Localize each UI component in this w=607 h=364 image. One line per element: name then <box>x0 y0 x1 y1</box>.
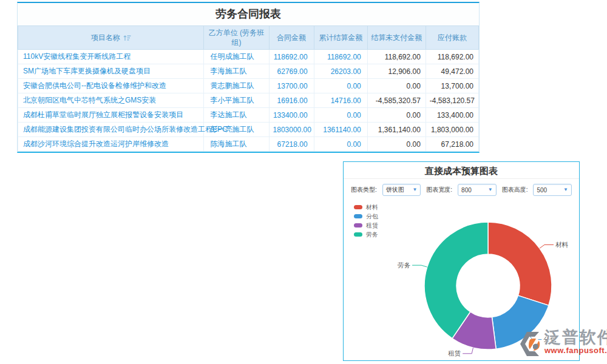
unpaid-amount: 0.00 <box>367 137 426 152</box>
payable-amount: 133,400.00 <box>426 108 478 123</box>
table-row: 成都杜甫草堂临时展厅独立展柜报警设备安装项目 李达施工队 133400.00 0… <box>18 108 479 123</box>
chart-width-value: 800 <box>461 187 472 194</box>
watermark-url: www.fanpusoft.com <box>544 346 607 355</box>
chart-legend: 材料 分包 租赁 劳务 <box>354 203 378 239</box>
unpaid-amount: 118,692.00 <box>367 50 426 64</box>
settled-amount: 118692.00 <box>314 50 367 64</box>
report-table: 项目名称 乙方单位 (劳务班组) 合同金额 累计结算金额 结算未支付金额 应付账… <box>18 25 479 152</box>
contract-amount: 13700.00 <box>269 79 314 93</box>
labor-contract-report-panel: 劳务合同报表 项目名称 乙方单 <box>17 2 480 153</box>
header-row: 项目名称 乙方单位 (劳务班组) 合同金额 累计结算金额 结算未支付金额 应付账… <box>18 26 479 50</box>
col-header-payable: 应付账款 <box>426 26 478 50</box>
project-link[interactable]: 110kV安徽线程集变开断线路工程 <box>18 50 204 64</box>
legend-item-rental[interactable]: 租赁 <box>354 221 378 230</box>
legend-item-material[interactable]: 材料 <box>354 203 378 212</box>
pie-slice-材料[interactable] <box>488 222 552 305</box>
unit-link[interactable]: 任明成施工队 <box>204 50 269 64</box>
vendor-watermark: 泛普软件 www.fanpusoft.com <box>518 328 607 359</box>
report-title: 劳务合同报表 <box>18 3 479 25</box>
chart-type-label: 图表类型: <box>351 186 377 194</box>
chevron-down-icon: ▼ <box>412 187 417 192</box>
contract-amount: 67218.00 <box>269 137 314 152</box>
chart-height-value: 500 <box>537 187 547 194</box>
chart-height-select[interactable]: 500 ▼ <box>533 184 572 196</box>
legend-swatch <box>354 223 362 228</box>
settled-amount: 26203.00 <box>314 64 367 79</box>
chart-type-select[interactable]: 饼状图 ▼ <box>382 184 421 196</box>
unit-link[interactable]: 李小平施工队 <box>204 93 269 108</box>
table-row: 成都沙河环境综合提升改造运河护岸维修改造 陈海施工队 67218.00 0.00… <box>18 137 479 152</box>
unit-link[interactable]: 李达施工队 <box>204 108 269 123</box>
legend-item-labor[interactable]: 劳务 <box>354 230 378 239</box>
contract-amount: 1803000.00 <box>269 123 314 137</box>
unpaid-amount: 12,906.00 <box>367 64 426 79</box>
legend-swatch <box>354 205 362 209</box>
project-link[interactable]: 安徽合肥供电公司--配电设备检修维护和改造 <box>18 79 204 93</box>
project-link[interactable]: 成都沙河环境综合提升改造运河护岸维修改造 <box>18 137 204 152</box>
unpaid-amount: 1,361,140.00 <box>367 123 426 137</box>
unit-link[interactable]: 陈海施工队 <box>204 137 269 152</box>
legend-label: 分包 <box>366 212 378 221</box>
unpaid-amount: -4,585,320.57 <box>367 93 426 108</box>
watermark-brand: 泛普软件 <box>544 328 607 347</box>
chart-controls: 图表类型: 饼状图 ▼ 图表宽度: 800 ▼ 图表高度: 500 ▼ <box>344 179 579 200</box>
legend-label: 材料 <box>366 203 378 212</box>
settled-amount: 1361140.00 <box>314 123 367 137</box>
unpaid-amount: 0.00 <box>367 79 426 93</box>
project-link[interactable]: 北京朝阳区电气中芯特气系统之GMS安装 <box>18 93 204 108</box>
project-link[interactable]: 成都杜甫草堂临时展厅独立展柜报警设备安装项目 <box>18 108 204 123</box>
contract-amount: 62769.00 <box>269 64 314 79</box>
legend-swatch <box>354 232 362 237</box>
col-header-project-label: 项目名称 <box>91 33 120 42</box>
chevron-down-icon: ▼ <box>488 187 493 192</box>
chevron-down-icon: ▼ <box>563 187 568 192</box>
settled-amount: 0.00 <box>314 137 367 152</box>
chart-height-label: 图表高度: <box>502 186 528 194</box>
col-header-contract-amount: 合同金额 <box>269 26 314 50</box>
project-link[interactable]: 成都能源建设集团投资有限公司临时办公场所装修改造工程EPC <box>18 123 204 137</box>
col-header-unit: 乙方单位 (劳务班组) <box>204 26 269 50</box>
payable-amount: 13,700.00 <box>426 79 478 93</box>
legend-item-subcontract[interactable]: 分包 <box>354 212 378 221</box>
unit-link[interactable]: 彭一亮施工队 <box>204 123 269 137</box>
sort-icon[interactable] <box>123 35 131 41</box>
payable-amount: 49,472.00 <box>426 64 478 79</box>
settled-amount: 0.00 <box>314 108 367 123</box>
pie-label: 租赁 <box>448 349 461 357</box>
payable-amount: -4,583,120.57 <box>426 93 478 108</box>
chart-width-label: 图表宽度: <box>426 186 452 194</box>
settled-amount: 0.00 <box>314 79 367 93</box>
unit-link[interactable]: 黄志鹏施工队 <box>204 79 269 93</box>
unit-link[interactable]: 李海施工队 <box>204 64 269 79</box>
legend-label: 租赁 <box>366 221 378 230</box>
table-row: 110kV安徽线程集变开断线路工程 任明成施工队 118692.00 11869… <box>18 50 479 64</box>
col-header-settled-amount: 累计结算金额 <box>314 26 367 50</box>
payable-amount: 118,692.00 <box>426 50 478 64</box>
settled-amount: 14716.00 <box>314 93 367 108</box>
legend-label: 劳务 <box>366 231 378 239</box>
payable-amount: 1,803,000.00 <box>426 123 478 137</box>
pie-label: 材料 <box>555 241 569 248</box>
table-row: 成都能源建设集团投资有限公司临时办公场所装修改造工程EPC 彭一亮施工队 180… <box>18 123 479 137</box>
legend-swatch <box>354 214 362 218</box>
contract-amount: 133400.00 <box>269 108 314 123</box>
col-header-project[interactable]: 项目名称 <box>18 26 204 50</box>
project-link[interactable]: SM广场地下车库更换摄像机及硬盘项目 <box>18 64 204 79</box>
pie-label: 劳务 <box>398 261 411 269</box>
table-row: 北京朝阳区电气中芯特气系统之GMS安装 李小平施工队 16916.00 1471… <box>18 93 479 108</box>
pie-label-line <box>540 244 554 248</box>
contract-amount: 118692.00 <box>269 50 314 64</box>
unpaid-amount: 0.00 <box>367 108 426 123</box>
table-row: 安徽合肥供电公司--配电设备检修维护和改造 黄志鹏施工队 13700.00 0.… <box>18 79 479 93</box>
col-header-unpaid-amount: 结算未支付金额 <box>367 26 426 50</box>
pie-label-line <box>463 348 473 354</box>
fanpu-logo-icon <box>518 328 544 359</box>
chart-type-value: 饼状图 <box>386 186 404 194</box>
chart-width-select[interactable]: 800 ▼ <box>458 184 497 196</box>
contract-amount: 16916.00 <box>269 93 314 108</box>
payable-amount: 67,218.00 <box>426 137 478 152</box>
table-row: SM广场地下车库更换摄像机及硬盘项目 李海施工队 62769.00 26203.… <box>18 64 479 79</box>
pie-label-line <box>412 265 427 267</box>
